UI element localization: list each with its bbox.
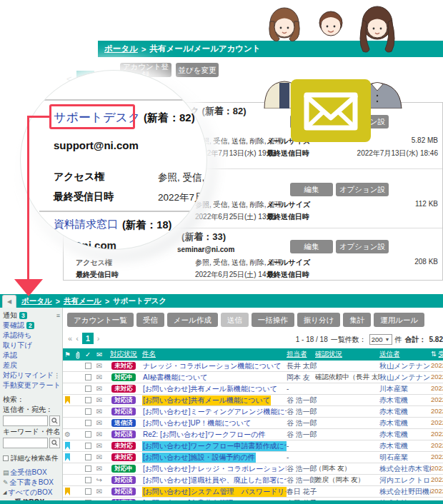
sidebar-item[interactable]: 手動変更アラート1 [3,380,60,390]
toolbar-button[interactable]: 運用ルール [374,313,424,327]
mailbox-label[interactable]: 全下書きBOX [10,478,54,488]
subject-link[interactable]: [お問い合わせ]施設・設備予約の件 [142,453,256,463]
sender-link[interactable]: 赤木電機 [379,418,408,428]
per-page-select[interactable]: 200 ▼ [369,334,392,345]
detailed-search-checkbox[interactable]: 詳細な検索条件 [3,453,60,463]
subject-link[interactable]: [お問い合わせ]ミーティングアレンジ機能について [142,407,287,417]
breadcrumb-portal-link[interactable]: ポータル [104,44,138,54]
header-confirm-status[interactable]: 確認状況 [315,350,342,358]
header-status[interactable]: 対応状況 [110,350,137,358]
flag-column-icon[interactable]: ⚑ [63,351,72,358]
sidebar-item[interactable]: 承認待ち [3,331,60,341]
sidebar-item-label[interactable]: 要確認 [3,321,24,331]
sender-link[interactable]: 川本産業 [379,384,408,394]
row-checkbox[interactable] [85,363,91,369]
read-state-column-icon[interactable]: ✉ [94,351,105,358]
sender-link[interactable]: 秋山メンテナンス [379,373,431,383]
header-subject[interactable]: 件名 [142,350,156,358]
sender-link[interactable]: 明石産業 [379,453,408,463]
select-all-column-icon[interactable]: ✓ [82,351,94,358]
mail-row[interactable]: ✉対応中[お問い合わせ]ナレッジ・コラボレーション等の並び順につ谷 浩一郎（岡本… [63,463,443,475]
sidebar-item-label[interactable]: 承認 [3,351,17,361]
subject-link[interactable]: [お問い合わせ]ワークフロー申請書類作成について [142,441,287,451]
edit-button[interactable]: 編集 [290,240,333,253]
subject-link[interactable]: [お問い合わせ]共有メール新機能について [142,384,278,394]
mail-row[interactable]: ✉未対応[お問い合わせ]ワークフロー申請書類作成について-赤木電機2022年 [63,440,443,452]
option-settings-button[interactable]: オプション設定 [336,183,389,196]
tree-expand-icon[interactable]: ◢ [3,490,6,495]
header-received[interactable]: 受信日時 [439,350,443,358]
row-checkbox[interactable] [85,443,91,449]
mail-row[interactable]: ✉対応済[お問い合わせ]共有メール機能について谷 浩一郎赤木電機2022年 [63,395,443,406]
row-checkbox[interactable] [85,374,91,380]
current-page-button[interactable]: 1 [82,333,94,344]
option-settings-button[interactable]: オプション設定 [336,240,389,253]
magnified-account2-link[interactable]: 資料請求窓口 [54,218,118,231]
sidebar-item[interactable]: 要確認2 [3,321,60,331]
edit-button[interactable]: 編集 [290,183,333,196]
first-page-arrow[interactable]: « [68,334,72,343]
mail-row[interactable]: ↪対応済[お問い合わせ]退職社員や、廃止した部署について谷 浩一郎差戻（岡本 友… [63,475,443,486]
sender-link[interactable]: 赤木電機 [379,430,408,440]
row-checkbox[interactable] [85,431,91,438]
sidebar-item-label[interactable]: 取り下げ [3,341,31,351]
toolbar-button[interactable]: 振り分け [297,313,341,327]
mail-row[interactable]: ✉対応済[お問い合わせ]ミーティングアレンジ機能について谷 浩一郎赤木電機202… [63,406,443,418]
mail-row[interactable]: ✉送信済[お問い合わせ]UP！機能について谷 浩一郎赤木電機2022年 [63,418,443,429]
toolbar-button[interactable]: 集計 [343,313,371,327]
row-checkbox[interactable] [85,477,91,483]
sender-link[interactable]: 赤木電機 [379,441,408,451]
sender-link[interactable]: 河内エレクトロニクス [379,475,431,485]
next-page-arrow[interactable]: › [97,334,100,343]
sidebar-item-notice[interactable]: 通知 3 ≡ [3,311,60,321]
header-assignee[interactable]: 担当者 [287,350,307,358]
mailbox-tree-item[interactable]: ▤全受信BOX [3,468,60,478]
mailbox-tree-item[interactable]: ◢すべてのBOX [3,488,60,498]
row-checkbox[interactable] [85,420,91,426]
sidebar-item-label[interactable]: 承認待ち [3,331,31,341]
keyword-search-input[interactable] [3,438,48,448]
sender-link[interactable]: 株式会社野田機械 [379,487,431,497]
row-checkbox[interactable] [85,488,91,495]
account-name[interactable]: (新着：33) [181,231,226,243]
search-icon[interactable] [49,415,60,426]
row-checkbox[interactable] [85,465,91,472]
row-checkbox[interactable] [85,408,91,415]
mail-row[interactable]: ✉未対応ナレッジ・コラボレーション機能について長井 太郎秋山メンテナンス2022… [63,361,443,372]
breadcrumb-portal-link[interactable]: ポータル [21,296,52,306]
breadcrumb-sharedmail-link[interactable]: 共有メール [64,296,101,306]
subject-link[interactable]: Re2: [お問い合わせ]ワークフローの件 [142,430,267,440]
sidebar-item-label[interactable]: 対応リマインド [3,371,54,380]
mail-row[interactable]: ✉未対応[お問い合わせ]共有メール新機能について-川本産業2022年 [63,383,443,395]
attachment-column-icon[interactable] [72,349,82,361]
sender-link[interactable]: 赤木電機 [379,395,408,405]
subject-link[interactable]: [お問い合わせ]システム管理 パスワードリセットに関して [142,487,287,497]
sidebar-item-label[interactable]: 手動変更アラート [3,380,61,390]
sidebar-collapse-tab[interactable]: ◀ [2,295,16,308]
mailbox-label[interactable]: すべてのBOX [8,488,52,498]
sidebar-item[interactable]: 差戻 [3,361,60,371]
sender-link[interactable]: 秋山メンテナンス [379,361,431,371]
mailbox-label[interactable]: 全受信BOX [11,468,47,478]
mail-row[interactable]: ✉対応中AI秘書機能について岡本 友確認依頼中（長井 太郎）秋山メンテナンス20… [63,372,443,383]
row-checkbox[interactable] [85,385,91,392]
mail-row[interactable]: ✉未対応[お問い合わせ]施設・設備予約の件-明石産業2022年 [63,452,443,463]
sender-search-input[interactable] [3,415,48,426]
toolbar-button[interactable]: メール作成 [167,313,218,327]
subject-link[interactable]: [お問い合わせ]UP！機能について [142,418,252,428]
prev-page-arrow[interactable]: ‹ [76,334,79,343]
toolbar-button[interactable]: 受信 [136,313,164,327]
row-checkbox[interactable] [85,397,91,403]
sort-icon[interactable]: ⇅ [431,350,437,358]
mail-row[interactable]: ⚙✉対応済Re2: [お問い合わせ]ワークフローの件谷 浩一郎赤木電機2022年 [63,429,443,440]
reorder-button[interactable]: 並びを変更 [176,63,219,77]
subject-link[interactable]: [お問い合わせ]ナレッジ・コラボレーション等の並び順につ [142,464,287,474]
toolbar-button[interactable]: アカウント一覧 [67,313,134,327]
subject-link[interactable]: [お問い合わせ]退職社員や、廃止した部署について [142,475,287,485]
subject-link[interactable]: ナレッジ・コラボレーション機能について [142,361,282,371]
subject-link[interactable]: [お問い合わせ]共有メール機能について [142,395,271,405]
subject-link[interactable]: AI秘書機能について [142,373,208,383]
sidebar-item[interactable]: 対応リマインド⋮ [3,371,60,380]
sender-link[interactable]: 株式会社赤木電機 [379,464,431,474]
search-icon[interactable] [49,438,60,448]
